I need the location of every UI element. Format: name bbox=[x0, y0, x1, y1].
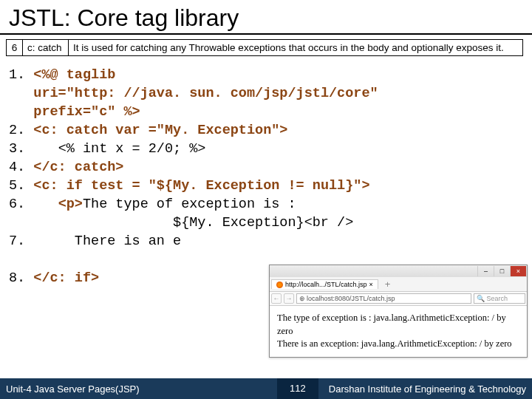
globe-icon: ⊕ bbox=[299, 295, 305, 302]
url-bar-row: ← → ⊕ localhost:8080/JSTL/catch.jsp 🔍 Se… bbox=[270, 292, 527, 306]
page-content: The type of exception is : java.lang.Ari… bbox=[270, 306, 527, 357]
slide-title: JSTL: Core tag library bbox=[0, 0, 532, 35]
tag-name: c: catch bbox=[23, 40, 69, 56]
code-block: 1. <%@ taglib uri="http: //java. sun. co… bbox=[0, 61, 532, 288]
footer-bar: Unit-4 Java Server Pages(JSP) 112 Darsha… bbox=[0, 378, 532, 399]
output-line-1: The type of exception is : java.lang.Ari… bbox=[277, 312, 519, 338]
tag-table: 6 c: catch It is used for catching any T… bbox=[6, 39, 523, 56]
search-input[interactable]: 🔍 Search bbox=[474, 293, 525, 304]
tab-close-icon[interactable]: × bbox=[369, 281, 373, 288]
tab-bar: http://localh.../STL/catch.jsp × + bbox=[270, 277, 527, 292]
row-num: 6 bbox=[7, 40, 23, 56]
close-button[interactable]: × bbox=[510, 266, 526, 276]
tag-desc: It is used for catching any Throwable ex… bbox=[69, 40, 523, 56]
window-titlebar: – □ × bbox=[270, 265, 527, 277]
back-button[interactable]: ← bbox=[271, 293, 282, 304]
url-input[interactable]: ⊕ localhost:8080/JSTL/catch.jsp bbox=[296, 293, 471, 304]
forward-button[interactable]: → bbox=[284, 293, 294, 304]
page-number: 112 bbox=[277, 378, 318, 399]
minimize-button[interactable]: – bbox=[477, 266, 494, 276]
output-line-2: There is an exception: java.lang.Arithme… bbox=[277, 338, 519, 351]
firefox-icon bbox=[276, 282, 283, 288]
browser-tab[interactable]: http://localh.../STL/catch.jsp × bbox=[271, 279, 378, 289]
footer-left: Unit-4 Java Server Pages(JSP) bbox=[0, 383, 140, 395]
tab-title: http://localh.../STL/catch.jsp bbox=[285, 281, 367, 288]
new-tab-button[interactable]: + bbox=[381, 279, 395, 290]
maximize-button[interactable]: □ bbox=[494, 266, 510, 276]
browser-window: – □ × http://localh.../STL/catch.jsp × +… bbox=[269, 265, 528, 358]
footer-right: Darshan Institute of Engineering & Techn… bbox=[329, 383, 532, 395]
